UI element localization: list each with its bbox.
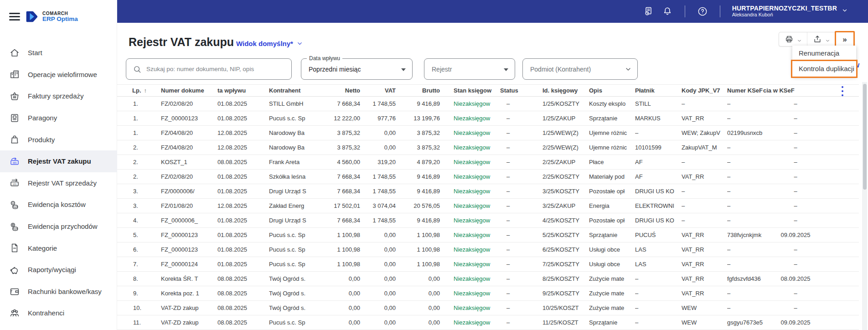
sidebar-item-rejestr-vat-sprzedaży[interactable]: 101Rejestr VAT sprzedaży [0, 172, 117, 194]
column-header-netto[interactable]: Netto [327, 85, 360, 96]
table-row[interactable]: 11.VAT-ZD zakup08.08.2025Pucuś s.c. Sp0,… [117, 315, 859, 330]
column-header-lp[interactable]: Lp.↑ [132, 85, 161, 96]
sidebar-item-label: Raporty/wyciągi [28, 266, 76, 273]
column-header-kontrahent[interactable]: Kontrahent [269, 85, 327, 96]
costs-ledger-icon [9, 199, 20, 210]
table-row[interactable]: 2.FZ/04/08/2012.08.2025Narodowy Ba3 875,… [117, 140, 859, 155]
sidebar-item-raporty-wyciągi[interactable]: Raporty/wyciągi [0, 259, 117, 281]
sidebar-item-kontrahenci[interactable]: Kontrahenci [0, 302, 117, 324]
menu-item-kontrola-duplikacji[interactable]: Kontrola duplikacji [792, 61, 856, 77]
column-header-kody[interactable]: Kody JPK_V7 [682, 85, 727, 96]
chevron-down-icon [625, 66, 632, 73]
document-clock-icon[interactable] [643, 6, 654, 17]
date-filter-label: Data wpływu [307, 55, 342, 62]
column-header-numer[interactable]: Numer dokume [161, 85, 217, 96]
subject-filter[interactable]: Podmiot (Kontrahent) [522, 58, 638, 80]
column-header-opis[interactable]: Opis [589, 85, 635, 96]
cell-netto: 12 222,00 [327, 111, 360, 125]
sidebar-item-faktury-sprzedaży[interactable]: Faktury sprzedaży [0, 85, 117, 107]
sidebar-item-start[interactable]: Start [0, 42, 117, 64]
column-header-id_ksiegowy[interactable]: Id. księgowy [542, 85, 589, 96]
cell-numer: Korekta poz. 1 [161, 286, 217, 300]
hamburger-menu-icon[interactable] [9, 13, 20, 21]
table-row[interactable]: 10.VAT-ZD zakup08.08.2025Twój Ogród s.0,… [117, 301, 859, 315]
sidebar-item-operacje-wielofirmowe[interactable]: Operacje wielofirmowe [0, 64, 117, 86]
table-row[interactable]: 7.FZ_0000012401.08.2025Pucuś s.c. Sp1 10… [117, 257, 859, 272]
notifications-bell-icon[interactable] [662, 6, 673, 17]
brand-logo[interactable]: COMARCH ERP Optima [26, 11, 78, 22]
chevron-down-icon[interactable] [825, 37, 830, 42]
view-selector[interactable]: Widok domyślny* [236, 40, 303, 47]
table-row[interactable]: 3.FZ/0000006/01.08.2025Drugi Urząd S7 66… [117, 184, 859, 199]
table-row[interactable]: 9.Korekta poz. 108.08.2025Twój Ogród s.0… [117, 286, 859, 301]
cell-ksef: 02199usnxcb [727, 126, 763, 140]
column-header-stan[interactable]: Stan księgow [440, 85, 496, 96]
cell-id_ksiegowy: 10/25/KOSZT [542, 301, 589, 315]
cell-vat: 1 748,55 [360, 213, 396, 227]
cell-kontrahent: Narodowy Ba [269, 126, 327, 140]
cell-platnik: STILL [635, 97, 682, 111]
cell-brutto: 1 100,98 [396, 242, 440, 257]
help-icon[interactable] [697, 6, 708, 17]
app-root: COMARCH ERP Optima StartOperacje wielofi… [0, 0, 868, 330]
sidebar-item-rejestr-vat-zakupu[interactable]: 101Rejestr VAT zakupu [0, 150, 117, 172]
table-row[interactable]: 1.FZ_0000012301.08.2025Pucuś s.c. Sp12 2… [117, 111, 859, 126]
print-button[interactable] [779, 32, 807, 46]
cell-lp: 3. [132, 199, 161, 213]
cell-status: – [496, 199, 542, 213]
chevron-down-icon[interactable] [797, 37, 802, 42]
column-header-label: Id. księgowy [542, 87, 578, 94]
income-ledger-icon [9, 221, 20, 232]
table-row[interactable]: 5.FZ_0000012301.08.2025Pucuś s.c. Sp1 10… [117, 228, 859, 242]
column-header-label: Lp. [132, 87, 141, 94]
sort-ascending-icon[interactable]: ↑ [144, 87, 147, 94]
cell-lp: 11. [132, 315, 161, 330]
search-input[interactable] [146, 66, 283, 72]
account-menu[interactable]: HURTPAPIERNOZYCZKI_TESTBR Aleksandra Kub… [732, 5, 848, 18]
date-filter[interactable]: Data wpływu Poprzedni miesiąc [301, 58, 413, 80]
cell-numer: FZ_00000123 [161, 228, 217, 242]
table-row[interactable]: 6.FZ_0000012301.08.2025Pucuś s.c. Sp1 10… [117, 242, 859, 257]
sidebar-item-ewidencja-kosztów[interactable]: Ewidencja kosztów [0, 194, 117, 216]
table-row[interactable]: 2.FZ/02/08/2001.08.2025Szkółka leśna7 66… [117, 170, 859, 184]
search-box[interactable] [126, 58, 292, 80]
column-header-label: Brutto [422, 87, 440, 94]
table-row[interactable]: 2.KOSZT_108.08.2025Frank Areta4 560,0031… [117, 155, 859, 170]
sidebar-item-kategorie[interactable]: Kategorie [0, 237, 117, 259]
cell-data_ksef: – [763, 184, 828, 198]
vertical-scrollbar[interactable] [862, 82, 867, 330]
scrollbar-thumb[interactable] [863, 84, 867, 190]
column-header-data_ksef[interactable]: cia w KSeF [763, 85, 828, 96]
table-row[interactable]: 4.FZ_0000006_01.08.2025Drugi Urząd S7 66… [117, 213, 859, 228]
column-options-kebab-icon[interactable] [839, 86, 846, 96]
column-header-platnik[interactable]: Płatnik [635, 85, 682, 96]
cell-data_ksef: – [763, 111, 828, 125]
cell-netto: 3 875,32 [327, 140, 360, 155]
cell-status: – [496, 126, 542, 140]
export-button[interactable] [807, 32, 836, 46]
column-header-label: Netto [345, 87, 360, 94]
menu-item-renumeracja[interactable]: Renumeracja [792, 46, 856, 61]
cell-platnik: LAS [635, 257, 682, 271]
cell-brutto: 9 416,89 [396, 184, 440, 198]
table-row[interactable]: 8.Korekta ŚR. T08.08.2025Twój Ogród s.0,… [117, 272, 859, 286]
sidebar-item-paragony[interactable]: Paragony [0, 107, 117, 129]
cell-opis: Zużycie mate [589, 272, 635, 286]
cell-platnik: – [635, 315, 682, 330]
register-filter[interactable]: Rejestr [424, 58, 515, 80]
table-row[interactable]: 1.FZ/04/08/2012.08.2025Narodowy Ba3 875,… [117, 126, 859, 140]
column-header-data_wplywu[interactable]: ta wpływu [217, 85, 269, 96]
sidebar-item-ewidencja-przychodów[interactable]: Ewidencja przychodów [0, 216, 117, 237]
sidebar-item-produkty[interactable]: Produkty [0, 129, 117, 150]
column-header-status[interactable]: Status [496, 85, 542, 96]
contractors-icon [9, 308, 20, 319]
cell-kody: VAT_RR [682, 272, 727, 286]
table-row[interactable]: 1.FZ/02/08/2001.08.2025STILL GmbH7 668,3… [117, 97, 859, 111]
column-header-ksef[interactable]: Numer KSeF [727, 85, 763, 96]
sidebar-item-rachunki-bankowe-kasy[interactable]: Rachunki bankowe/kasy [0, 281, 117, 303]
column-header-vat[interactable]: VAT [360, 85, 396, 96]
column-header-brutto[interactable]: Brutto [396, 85, 440, 96]
table-row[interactable]: 3.FZ/01/08/2012.08.2025Zakład Energ17 50… [117, 199, 859, 213]
cell-lp: 6. [132, 242, 161, 257]
cell-kody: – [682, 213, 727, 227]
